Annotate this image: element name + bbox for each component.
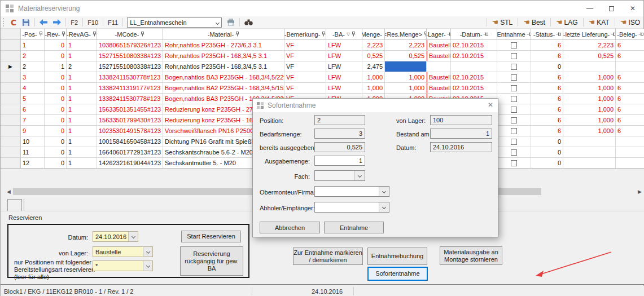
grid-cell-status[interactable]: 6 [531, 51, 563, 61]
grid-cell-mcode[interactable]: 15271551080338#123 [97, 61, 163, 72]
chevron-down-icon[interactable] [143, 261, 152, 271]
grid-cell-rev[interactable]: 0 [45, 40, 67, 50]
pin-icon[interactable] [235, 32, 239, 37]
abbrechen-button[interactable]: Abbrechen [260, 222, 320, 233]
grid-cell-beleg[interactable]: 6 [616, 72, 644, 82]
grid-cell-ba[interactable]: LFW [326, 40, 362, 50]
f2-button[interactable]: F2 [68, 17, 81, 28]
grid-cell-pos[interactable]: 2 [21, 61, 45, 72]
lag-button[interactable]: ☚LAG [553, 18, 581, 26]
grid-cell-rev[interactable]: 0 [45, 83, 67, 93]
grid-cell-beleg[interactable]: 6 [616, 126, 644, 136]
grid-cell-status[interactable]: 6 [531, 104, 563, 114]
grid-cell-rev[interactable]: 0 [45, 51, 67, 61]
grid-cell-status[interactable]: 6 [531, 126, 563, 136]
grid-cell-mcode[interactable]: 15633501799430#123 [97, 115, 163, 125]
pin-horizontal-icon[interactable] [611, 32, 616, 36]
grid-cell-menge[interactable]: 2,475 [362, 61, 385, 72]
maximize-button[interactable] [601, 1, 622, 16]
grid-cell-rev[interactable]: 0 [45, 94, 67, 104]
kat-button[interactable]: ☚KAT [585, 18, 613, 26]
entnahme-checkbox[interactable] [511, 128, 517, 134]
grid-cell-letzte[interactable] [563, 147, 616, 157]
column-header-res[interactable]: <Res.Menge> [385, 29, 427, 39]
report-combo[interactable]: LL_Entnahmeschein [127, 17, 222, 28]
grid-cell-lager[interactable]: Baustelle [427, 51, 451, 61]
grid-cell-revag[interactable]: 1 [67, 147, 97, 157]
grid-cell-mcode[interactable]: 10380651579326#123 [97, 40, 163, 50]
grid-cell-letzte[interactable]: 0,525 [563, 51, 616, 61]
grid-cell-res[interactable]: 2,223 [385, 40, 427, 50]
grid-cell-entnahme[interactable] [497, 94, 531, 104]
grid-cell-material[interactable]: Rohr,nahtlos P235GH - 168,3/4,5 3.1 [163, 61, 284, 72]
pin-icon[interactable] [93, 32, 97, 37]
grid-cell-pos[interactable]: 3 [21, 72, 45, 82]
grid-cell-letzte[interactable] [563, 61, 616, 72]
row-selector[interactable] [1, 94, 21, 104]
grid-cell-letzte[interactable] [563, 158, 616, 168]
grid-cell-lager[interactable]: Baustelle [427, 40, 451, 50]
grid-cell-pos[interactable]: 10 [21, 136, 45, 147]
empty-tab[interactable] [7, 199, 22, 211]
pin-horizontal-icon[interactable] [638, 32, 643, 36]
grid-cell-pos[interactable]: 11 [21, 147, 45, 157]
grid-cell-mcode[interactable]: 13382411319177#123 [97, 83, 163, 93]
abholer-combo[interactable] [314, 202, 389, 213]
grid-cell-beleg[interactable] [616, 147, 644, 157]
grid-cell-status[interactable]: 0 [531, 61, 563, 72]
f10-button[interactable]: F10 [85, 17, 101, 28]
grid-cell-beleg[interactable]: 6 [616, 83, 644, 93]
column-header-datum[interactable]: -Datum- [451, 29, 497, 39]
grid-cell-revag[interactable]: 1 [67, 136, 97, 147]
iso-button[interactable]: ☚ISO [617, 18, 643, 26]
grid-cell-entnahme[interactable] [497, 61, 531, 72]
grid-cell-entnahme[interactable] [497, 115, 531, 125]
best-button[interactable]: ☚Best [520, 18, 549, 26]
filter-icon[interactable]: ▽ [347, 32, 350, 37]
minimize-button[interactable]: — [579, 1, 601, 16]
materialausgabe-stornieren-button[interactable]: Materialausgabe an Montage stornieren [440, 246, 502, 265]
grid-cell-revag[interactable]: 1 [67, 115, 97, 125]
grid-cell-rev[interactable]: 0 [45, 115, 67, 125]
grid-cell-status[interactable]: 6 [531, 94, 563, 104]
grid-cell-datum[interactable]: 02.10.2015 [451, 72, 497, 82]
grid-cell-lager[interactable]: Baustelle [427, 83, 451, 93]
column-header-bem[interactable]: -Bemerkung- [284, 29, 326, 39]
grid-cell-pos[interactable]: 5 [21, 94, 45, 104]
column-header-lager[interactable]: -Lager- [427, 29, 451, 39]
table-row[interactable]: 30113382411530778#123Bogen,nahtlos BA3 P… [1, 72, 644, 83]
column-header-rev[interactable]: -Rev- [45, 29, 67, 39]
grid-cell-status[interactable]: 0 [531, 158, 563, 168]
grid-cell-status[interactable]: 6 [531, 115, 563, 125]
grid-cell-datum[interactable] [451, 61, 497, 72]
grid-cell-entnahme[interactable] [497, 72, 531, 82]
reservieren-datum-combo[interactable]: 24.10.2016 [93, 231, 138, 242]
grid-cell-revag[interactable]: 1 [67, 94, 97, 104]
entnahme-checkbox[interactable] [511, 160, 517, 166]
grid-cell-menge[interactable]: 0,525 [362, 51, 385, 61]
grid-cell-material[interactable]: Bogen,nahtlos BA3 P235GH - 168,3/4,5/229… [163, 72, 284, 82]
sofortentnahme-button[interactable]: Sofortentnahme [367, 267, 428, 281]
ausgabemenge-input[interactable]: 1 [314, 156, 365, 166]
grid-cell-bem[interactable]: VF [284, 83, 326, 93]
grid-cell-mcode[interactable]: 15271551080338#123 [97, 51, 163, 61]
column-header-ba[interactable]: -BA-▽ [326, 29, 362, 39]
grid-cell-bem[interactable]: VF [284, 40, 326, 50]
current-row-indicator[interactable]: ▶ [1, 61, 21, 72]
pin-horizontal-icon[interactable] [447, 32, 451, 36]
chevron-down-icon[interactable] [354, 171, 365, 180]
column-header-material[interactable]: -Material- [163, 29, 284, 39]
grid-cell-bem[interactable]: VF [284, 51, 326, 61]
grid-cell-material[interactable]: Rohr,nahtlos P235GH - 168,3/4,5 3.1 [163, 51, 284, 61]
grid-cell-letzte[interactable]: 1,000 [563, 83, 616, 93]
search-button[interactable] [242, 17, 256, 28]
f11-button[interactable]: F11 [105, 17, 121, 28]
grid-cell-pos[interactable]: 9 [21, 126, 45, 136]
grid-cell-ba[interactable]: LFW [326, 51, 362, 61]
entnahme-checkbox[interactable] [511, 64, 517, 70]
grid-cell-rev[interactable]: 0 [45, 104, 67, 114]
grid-cell-mcode[interactable]: 16640601772913#123 [97, 147, 163, 157]
row-selector[interactable] [1, 51, 21, 61]
grid-cell-lager[interactable] [427, 61, 451, 72]
column-header-letzte[interactable]: -letzte Lieferung- [563, 29, 616, 39]
